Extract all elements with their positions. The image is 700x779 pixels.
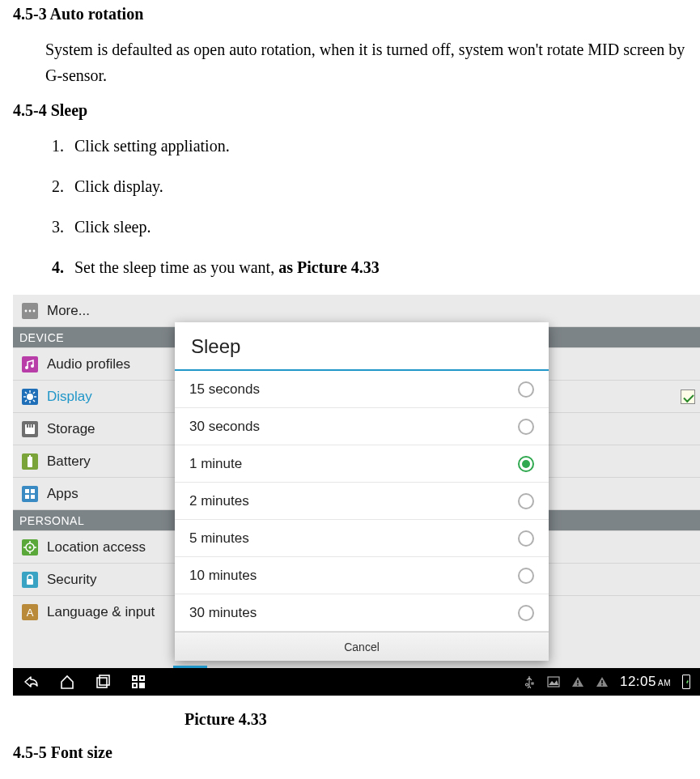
battery-charging-icon: [682, 675, 690, 689]
svg-rect-23: [29, 424, 31, 428]
svg-rect-55: [577, 684, 579, 686]
storage-icon: [21, 420, 39, 438]
nav-buttons: [13, 673, 147, 691]
apps-icon: [21, 485, 39, 503]
status-area[interactable]: 12:05AM: [523, 674, 700, 690]
option-label: 5 minutes: [189, 530, 249, 547]
home-button[interactable]: [58, 673, 76, 691]
screenshot-button[interactable]: [129, 673, 147, 691]
svg-point-9: [31, 364, 34, 368]
svg-rect-28: [22, 486, 38, 502]
svg-rect-53: [548, 677, 559, 687]
svg-rect-7: [22, 356, 38, 372]
svg-rect-41: [27, 579, 33, 585]
battery-icon: [21, 453, 39, 470]
sleep-option-1m[interactable]: 1 minute: [175, 445, 549, 483]
radio-icon: [518, 493, 534, 509]
sleep-option-10m[interactable]: 10 minutes: [175, 557, 549, 594]
document-page: 4.5-3 Auto rotation System is defaulted …: [0, 0, 700, 779]
option-label: 30 seconds: [189, 419, 260, 435]
step-1: 1. Click setting appliation.: [52, 133, 687, 159]
row-label: Audio profiles: [47, 356, 130, 372]
picture-icon: [547, 675, 560, 688]
svg-point-8: [25, 366, 28, 369]
sleep-option-30s[interactable]: 30 seconds: [175, 408, 549, 445]
body-453: System is defaulted as open auto rotatio…: [45, 36, 687, 88]
body-455: Click font size to adjust the font size,…: [45, 775, 687, 779]
security-icon: [21, 571, 39, 589]
radio-icon: [518, 568, 534, 584]
sleep-option-2m[interactable]: 2 minutes: [175, 483, 549, 520]
section-label: DEVICE: [19, 331, 64, 344]
svg-rect-30: [31, 489, 35, 493]
svg-rect-49: [139, 683, 145, 688]
svg-point-6: [33, 309, 36, 312]
svg-rect-29: [25, 489, 29, 493]
svg-rect-31: [25, 495, 29, 499]
time-ampm: AM: [658, 679, 671, 687]
more-icon: [21, 302, 39, 320]
option-label: 15 seconds: [189, 381, 260, 398]
steps-454: 1. Click setting appliation. 2. Click di…: [52, 133, 687, 280]
step-3: 3. Click sleep.: [52, 214, 687, 240]
language-icon: A: [21, 603, 39, 621]
back-button[interactable]: [23, 673, 40, 691]
row-label: More...: [47, 303, 90, 319]
sleep-option-15s[interactable]: 15 seconds: [175, 371, 549, 408]
row-label: Security: [47, 572, 96, 588]
svg-rect-24: [32, 424, 33, 428]
figure-caption-433: Picture 4.33: [185, 710, 687, 729]
row-label: Storage: [47, 421, 95, 437]
cancel-label: Cancel: [344, 641, 380, 653]
svg-rect-22: [27, 424, 28, 428]
cancel-button[interactable]: Cancel: [175, 632, 549, 661]
svg-rect-32: [31, 495, 35, 499]
svg-rect-56: [601, 680, 603, 683]
warning-icon: [571, 675, 584, 688]
row-label: Battery: [47, 453, 91, 470]
svg-rect-50: [134, 677, 136, 679]
radio-icon: [518, 530, 534, 547]
sleep-option-30m[interactable]: 30 minutes: [175, 594, 549, 632]
svg-rect-54: [577, 680, 579, 683]
svg-text:A: A: [27, 607, 34, 619]
step-4-bold: as Picture 4.33: [278, 258, 380, 276]
screenshot-figure: More... DEVICE Audio profiles Display: [13, 295, 700, 696]
time-value: 12:05: [620, 674, 656, 689]
system-navbar: 12:05AM: [13, 668, 700, 696]
step-text: Click setting appliation.: [74, 133, 687, 159]
heading-453: 4.5-3 Auto rotation: [13, 5, 687, 23]
step-num: 4.: [52, 254, 74, 280]
radio-icon: [518, 381, 534, 398]
row-label: Location access: [47, 539, 146, 556]
option-label: 2 minutes: [189, 493, 249, 509]
option-label: 30 minutes: [189, 605, 257, 621]
step-4-prefix: Set the sleep time as you want,: [74, 258, 278, 276]
section-label: PERSONAL: [19, 514, 84, 527]
svg-point-11: [27, 394, 33, 400]
option-label: 1 minute: [189, 456, 242, 472]
usb-icon: [523, 675, 536, 688]
step-4: 4. Set the sleep time as you want, as Pi…: [52, 254, 687, 280]
radio-icon: [518, 419, 534, 435]
step-text: Click sleep.: [74, 214, 687, 240]
svg-rect-51: [141, 677, 143, 679]
radio-icon: [518, 456, 534, 472]
checkbox-icon: [681, 390, 695, 404]
step-num: 2.: [52, 173, 74, 199]
step-text: Set the sleep time as you want, as Pictu…: [74, 254, 687, 280]
svg-rect-57: [601, 684, 603, 686]
step-num: 3.: [52, 214, 74, 240]
warning-icon: [596, 675, 609, 688]
svg-rect-27: [29, 455, 31, 457]
recent-button[interactable]: [94, 673, 112, 691]
heading-454: 4.5-4 Sleep: [13, 101, 687, 120]
sleep-option-5m[interactable]: 5 minutes: [175, 520, 549, 557]
step-2: 2. Click display.: [52, 173, 687, 199]
step-num: 1.: [52, 133, 74, 159]
dialog-title: Sleep: [175, 322, 549, 371]
row-label: Apps: [47, 486, 78, 502]
row-label: Language & input: [47, 604, 155, 620]
location-icon: [21, 538, 39, 556]
svg-rect-52: [134, 684, 136, 687]
